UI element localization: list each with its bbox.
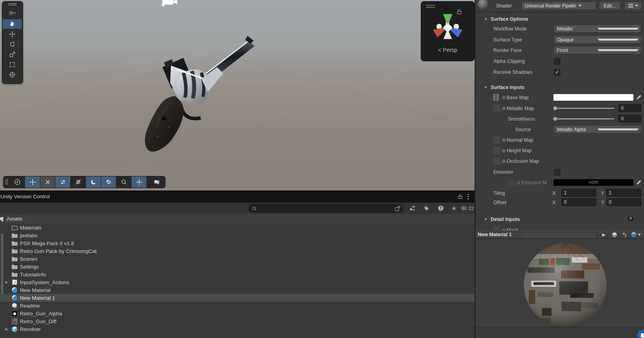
expand-arrow-icon[interactable]: ▶ xyxy=(4,280,9,284)
presets-menu-button[interactable] xyxy=(624,2,642,10)
asset-row-scenes[interactable]: ▶ Scenes xyxy=(0,255,475,263)
texture-target-icon[interactable]: ◎ xyxy=(502,228,506,230)
shader-dropdown[interactable]: Universal Render Pipelin xyxy=(521,2,596,10)
preview-shape-button[interactable] xyxy=(610,231,619,238)
asset-row-retro-gun-alpha[interactable]: ▶ Retro_Gun_Alpha xyxy=(0,310,475,317)
asset-row-psx-mega-pack-ii-v1-8[interactable]: ▶ PSX Mega Pack II v1.8 xyxy=(0,239,475,247)
asset-row-readme[interactable]: ▶ {} Readme xyxy=(0,302,475,310)
texture-target-icon[interactable]: ◎ xyxy=(502,148,506,153)
asset-row-inputsystem-actions[interactable]: ▶ InputSystem_Actions xyxy=(0,278,475,286)
tools-drag-handle[interactable] xyxy=(2,2,23,7)
edit-shader-button[interactable]: Edit... xyxy=(599,2,621,10)
alpha-clipping-checkbox[interactable] xyxy=(554,58,560,65)
search-text-input[interactable] xyxy=(257,205,387,212)
axis-z-label[interactable]: z xyxy=(464,25,467,31)
base-color-field[interactable] xyxy=(553,94,633,101)
asset-row-new-material-1[interactable]: ▶ New Material 1 xyxy=(0,294,475,302)
render-face-dropdown[interactable]: Front xyxy=(554,46,641,54)
metallic-map-texture-slot[interactable] xyxy=(493,104,501,112)
lighting-toggle-icon[interactable] xyxy=(85,176,101,188)
workflow-mode-dropdown[interactable]: Metallic xyxy=(554,25,641,33)
sliders-icon[interactable] xyxy=(55,176,70,188)
move-overlay-icon[interactable] xyxy=(25,176,40,188)
search-overlay-icon[interactable] xyxy=(116,176,131,188)
emission-map-texture-slot[interactable] xyxy=(507,178,516,187)
texture-target-icon[interactable]: ◎ xyxy=(502,106,506,111)
scroll-arrow-icon[interactable] xyxy=(0,215,6,222)
tiling-y-field[interactable]: 1 xyxy=(606,189,641,197)
offset-x-field[interactable]: 0 xyxy=(561,198,596,206)
preview-lighting-button[interactable] xyxy=(620,231,629,238)
preview-play-button[interactable]: ▶ xyxy=(600,231,608,238)
effects-toggle-icon[interactable] xyxy=(101,176,116,188)
material-preview-header[interactable]: New Material 1 ▶ xyxy=(475,230,644,239)
asset-row-revolver[interactable]: ▶ Revolver xyxy=(0,325,475,333)
project-scrollbar-thumb[interactable] xyxy=(0,233,4,295)
transform-tool-icon[interactable] xyxy=(2,69,22,80)
base-map-texture-slot[interactable] xyxy=(493,93,501,101)
help-icon[interactable]: ? xyxy=(628,216,633,222)
grid-toggle-icon[interactable] xyxy=(70,176,85,188)
axis-y-label[interactable]: y xyxy=(445,5,447,11)
material-preview-pane[interactable] xyxy=(475,239,644,327)
edit-cut-icon[interactable] xyxy=(40,176,55,188)
scene-toolbar-drag-handle[interactable] xyxy=(4,176,10,188)
texture-target-icon[interactable]: ◎ xyxy=(502,137,506,142)
rect-tool-icon[interactable] xyxy=(2,59,22,69)
scene-view[interactable]: y x z <Persp xyxy=(0,0,475,190)
revolver-model[interactable] xyxy=(125,23,273,164)
texture-target-icon[interactable]: ◎ xyxy=(502,95,506,100)
filter-by-label-icon[interactable] xyxy=(421,203,432,214)
camera-settings-icon[interactable] xyxy=(149,176,164,188)
eyedropper-icon[interactable] xyxy=(636,180,642,185)
emission-checkbox[interactable] xyxy=(554,169,560,176)
expand-arrow-icon[interactable]: ▶ xyxy=(4,327,9,331)
move-tool-icon[interactable] xyxy=(2,29,22,39)
asset-row-retro-gun-diff[interactable]: ▶ Retro_Gun_Diff xyxy=(0,317,475,325)
receive-shadows-checkbox[interactable] xyxy=(554,69,560,76)
axis-gizmo[interactable] xyxy=(425,9,470,46)
search-input[interactable] xyxy=(249,204,403,213)
metallic-value-field[interactable]: 0 xyxy=(618,104,641,112)
asset-row-new-material[interactable]: ▶ New Material xyxy=(0,286,475,294)
asset-row-retro-gun-pack-by-crimsongcat[interactable]: ▶ Retro Gun Pack by CrimsongCat xyxy=(0,247,475,255)
height-map-texture-slot[interactable] xyxy=(493,146,501,155)
tiling-x-field[interactable]: 1 xyxy=(561,189,596,197)
metallic-slider[interactable] xyxy=(554,108,614,109)
open-search-window-icon[interactable] xyxy=(394,205,401,212)
occlusion-map-texture-slot[interactable] xyxy=(493,157,501,165)
mask-texture-slot[interactable] xyxy=(493,226,501,230)
filter-errors-icon[interactable] xyxy=(434,203,447,214)
surface-inputs-header[interactable]: ▼ Surface Inputs xyxy=(475,84,644,91)
smoothness-slider[interactable] xyxy=(554,118,614,119)
filter-by-type-icon[interactable] xyxy=(406,203,418,214)
preview-environment-button[interactable] xyxy=(630,231,642,238)
orientation-gizmo-panel[interactable]: y x z <Persp xyxy=(421,1,475,61)
eyedropper-icon[interactable] xyxy=(636,94,642,100)
kebab-menu-icon[interactable] xyxy=(467,194,469,200)
asset-row-settings[interactable]: ▶ Settings xyxy=(0,263,475,270)
hidden-count-toggle[interactable]: 22 xyxy=(461,203,474,214)
view-cube-tool-icon[interactable] xyxy=(2,7,22,19)
offset-y-field[interactable]: 0 xyxy=(606,198,641,206)
gizmos-toggle-icon[interactable] xyxy=(131,176,146,188)
texture-target-icon[interactable]: ◎ xyxy=(517,180,521,185)
asset-row-tutorialinfo[interactable]: ▶ TutorialInfo xyxy=(0,270,475,278)
detail-inputs-header[interactable]: ▼ Detail Inputs xyxy=(475,215,644,223)
asset-row-materials[interactable]: ▶ Materials xyxy=(0,224,475,231)
favorites-star-icon[interactable]: ★ xyxy=(448,203,460,214)
preview-drag-handle[interactable] xyxy=(522,234,595,238)
smoothness-value-field[interactable]: 0 xyxy=(618,115,641,123)
axis-x-label[interactable]: x xyxy=(425,25,428,31)
surface-options-header[interactable]: ▼ Surface Options xyxy=(475,15,644,23)
scale-tool-icon[interactable] xyxy=(2,49,22,59)
emission-color-hdr-field[interactable]: HDR xyxy=(553,179,633,186)
normal-map-texture-slot[interactable] xyxy=(493,136,501,144)
compass-icon[interactable] xyxy=(10,176,25,188)
unlock-icon[interactable] xyxy=(457,194,463,199)
camera-icon[interactable] xyxy=(159,0,180,7)
rotate-tool-icon[interactable] xyxy=(2,39,22,49)
assets-root-row[interactable]: Assets xyxy=(0,214,475,224)
asset-row-prefabs[interactable]: ▶ prefabs xyxy=(0,231,475,239)
texture-target-icon[interactable]: ◎ xyxy=(502,158,506,164)
